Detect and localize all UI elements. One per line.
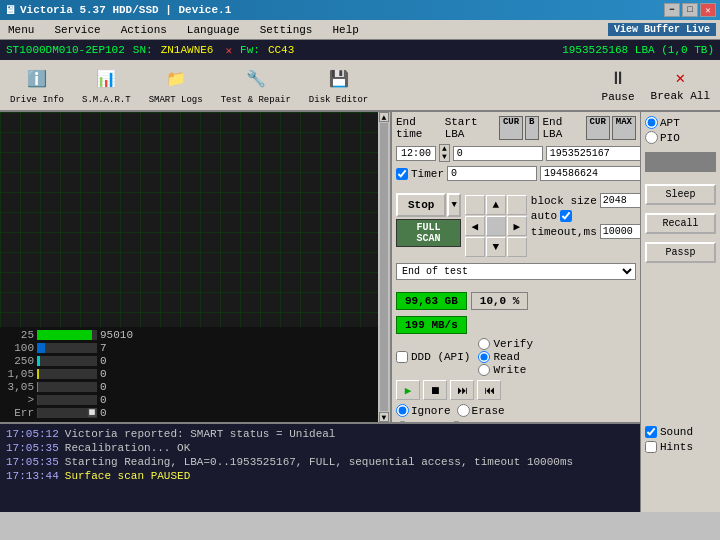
sn-label: SN: (133, 44, 153, 56)
scroll-up-button[interactable]: ▲ (379, 112, 389, 122)
drive-model: ST1000DM010-2EP102 (6, 44, 125, 56)
stop-dropdown-button[interactable]: ▼ (447, 193, 460, 217)
menu-item-settings[interactable]: Settings (256, 23, 317, 37)
menu-item-service[interactable]: Service (50, 23, 104, 37)
log-msg-1: Recalibration... OK (65, 442, 190, 454)
control-panel: End time Start LBA CUR B End LBA CUR MAX… (392, 112, 640, 422)
arrow-left[interactable]: ◀ (465, 216, 485, 236)
drive-info-label: Drive Info (10, 95, 64, 105)
sleep-button[interactable]: Sleep (645, 184, 716, 205)
apt-radio[interactable] (645, 116, 658, 129)
erase-option: Erase (457, 404, 505, 417)
test-repair-label: Test & Repair (221, 95, 291, 105)
passp-button[interactable]: Passp (645, 242, 716, 263)
arrow-upleft[interactable] (465, 195, 485, 215)
auto-checkbox[interactable] (560, 210, 572, 222)
log-msg-2: Starting Reading, LBA=0..1953525167, FUL… (65, 456, 573, 468)
arrow-down[interactable]: ▼ (486, 237, 506, 257)
view-buffer-button[interactable]: View Buffer Live (608, 23, 716, 36)
hist-row-100: 100 7 (4, 342, 374, 354)
hist-bar-305 (37, 382, 97, 392)
maximize-button[interactable]: □ (682, 3, 698, 17)
sound-label: Sound (660, 426, 693, 438)
write-radio[interactable] (478, 364, 490, 376)
time-input[interactable] (396, 146, 436, 161)
speed-stat: 199 MB/s (396, 316, 467, 334)
cur-tag2: CUR (586, 116, 610, 140)
arrow-downleft[interactable] (465, 237, 485, 257)
test-repair-button[interactable]: 🔧 Test & Repair (215, 63, 297, 107)
smart-button[interactable]: 📊 S.M.A.R.T (76, 63, 137, 107)
menu-right: View Buffer Live (608, 23, 716, 36)
hist-value-100: 7 (100, 342, 130, 354)
hist-fill-err (37, 408, 38, 418)
verify-radio[interactable] (478, 338, 490, 350)
hist-row-105: 1,05 0 (4, 368, 374, 380)
smart-logs-button[interactable]: 📁 SMART Logs (143, 63, 209, 107)
recall-button[interactable]: Recall (645, 213, 716, 234)
toolbar: ℹ️ Drive Info 📊 S.M.A.R.T 📁 SMART Logs 🔧… (0, 60, 720, 112)
arrow-up[interactable]: ▲ (486, 195, 506, 215)
hist-bar-25 (37, 330, 97, 340)
drive-info-icon: ℹ️ (23, 65, 51, 93)
menu-item-language[interactable]: Language (183, 23, 244, 37)
time-down-arrow[interactable]: ▼ (442, 153, 447, 161)
end-test-select[interactable]: End of test Reboot Shutdown Hibernate (396, 263, 636, 280)
drive-info-button[interactable]: ℹ️ Drive Info (4, 63, 70, 107)
hist-bar-err: 🔲 (37, 408, 97, 418)
stop-play-button[interactable]: ⏹ (423, 380, 447, 400)
hints-label: Hints (660, 441, 693, 453)
timer-value-input[interactable] (447, 166, 537, 181)
timer-count-input[interactable] (540, 166, 650, 181)
scroll-down-button[interactable]: ▼ (379, 412, 389, 422)
erase-radio[interactable] (457, 404, 470, 417)
ignore-radio[interactable] (396, 404, 409, 417)
stop-button[interactable]: Stop (396, 193, 446, 217)
menu-item-menu[interactable]: Menu (4, 23, 38, 37)
skip-start-button[interactable]: ⏮ (477, 380, 501, 400)
log-time-1: 17:05:35 (6, 442, 59, 454)
pio-radio[interactable] (645, 131, 658, 144)
pause-button[interactable]: ⏸ Pause (596, 66, 641, 105)
hist-row-gt: > 0 (4, 394, 374, 406)
hist-label-105: 1,05 (4, 368, 34, 380)
timer-checkbox[interactable] (396, 168, 408, 180)
hints-row: Hints (645, 441, 716, 453)
lba-header-row: End time Start LBA CUR B End LBA CUR MAX (396, 116, 636, 140)
break-all-button[interactable]: ✕ Break All (645, 66, 716, 105)
full-scan-button[interactable]: FULL SCAN (396, 219, 461, 247)
start-lba-input[interactable] (453, 146, 543, 161)
hist-bar-100 (37, 343, 97, 353)
drive-lba: 1953525168 LBA (1,0 TB) (562, 44, 714, 56)
apt-radio-row: APT (645, 116, 716, 129)
title-bar-title: 🖥 Victoria 5.37 HDD/SSD | Device.1 (4, 3, 231, 18)
menu-item-actions[interactable]: Actions (117, 23, 171, 37)
disk-editor-button[interactable]: 💾 Disk Editor (303, 63, 374, 107)
hist-label-100: 100 (4, 342, 34, 354)
menu-item-help[interactable]: Help (328, 23, 362, 37)
log-entry-3: 17:13:44 Surface scan PAUSED (6, 470, 634, 482)
close-drive-button[interactable]: ✕ (225, 44, 232, 57)
arrow-right[interactable]: ▶ (507, 216, 527, 236)
close-button[interactable]: ✕ (700, 3, 716, 17)
minimize-button[interactable]: − (664, 3, 680, 17)
ddd-checkbox[interactable] (396, 351, 408, 363)
end-time-label: End time (396, 116, 441, 140)
hist-bar-250 (37, 356, 97, 366)
arrow-upright[interactable] (507, 195, 527, 215)
play-button[interactable]: ▶ (396, 380, 420, 400)
pause-icon: ⏸ (609, 68, 627, 89)
hints-checkbox[interactable] (645, 441, 657, 453)
auto-row: auto (531, 210, 650, 222)
sound-checkbox[interactable] (645, 426, 657, 438)
hist-value-25: 95010 (100, 329, 130, 341)
stop-arrows-block-row: Stop ▼ FULL SCAN ▲ ◀ ▶ ▼ block si (396, 193, 636, 257)
menu-items: Menu Service Actions Language Settings H… (4, 23, 363, 37)
hist-bar-gt (37, 395, 97, 405)
skip-end-button[interactable]: ⏭ (450, 380, 474, 400)
write-radio-row: Write (478, 364, 533, 376)
read-radio[interactable] (478, 351, 490, 363)
time-lba-row: ▲ ▼ (396, 144, 636, 162)
arrow-downright[interactable] (507, 237, 527, 257)
scroll-thumb[interactable] (380, 123, 388, 411)
